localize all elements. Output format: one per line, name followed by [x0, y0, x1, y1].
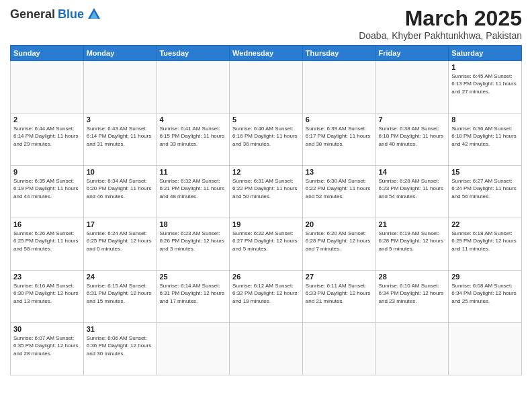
- day-number: 14: [379, 168, 446, 176]
- calendar-cell: 4Sunrise: 6:41 AM Sunset: 6:15 PM Daylig…: [157, 113, 230, 166]
- header-tuesday: Tuesday: [157, 46, 230, 61]
- day-info: Sunrise: 6:36 AM Sunset: 6:18 PM Dayligh…: [451, 125, 519, 148]
- day-info: Sunrise: 6:28 AM Sunset: 6:23 PM Dayligh…: [379, 177, 446, 200]
- calendar-cell: 3Sunrise: 6:43 AM Sunset: 6:14 PM Daylig…: [83, 113, 157, 166]
- day-info: Sunrise: 6:08 AM Sunset: 6:34 PM Dayligh…: [451, 282, 519, 305]
- day-number: 10: [87, 168, 154, 176]
- weekday-header-row: Sunday Monday Tuesday Wednesday Thursday…: [11, 46, 522, 61]
- logo-general-text: General: [10, 7, 55, 21]
- header-thursday: Thursday: [302, 46, 375, 61]
- title-area: March 2025 Doaba, Khyber Pakhtunkhwa, Pa…: [359, 7, 522, 41]
- calendar-cell: 26Sunrise: 6:12 AM Sunset: 6:32 PM Dayli…: [230, 271, 303, 323]
- calendar-cell: 11Sunrise: 6:32 AM Sunset: 6:21 PM Dayli…: [157, 166, 230, 218]
- day-info: Sunrise: 6:45 AM Sunset: 6:13 PM Dayligh…: [451, 73, 519, 95]
- calendar-cell: 13Sunrise: 6:30 AM Sunset: 6:22 PM Dayli…: [302, 166, 375, 218]
- day-info: Sunrise: 6:38 AM Sunset: 6:18 PM Dayligh…: [379, 125, 446, 148]
- day-info: Sunrise: 6:43 AM Sunset: 6:14 PM Dayligh…: [87, 125, 154, 148]
- day-info: Sunrise: 6:18 AM Sunset: 6:29 PM Dayligh…: [451, 230, 519, 253]
- day-number: 17: [87, 220, 154, 228]
- day-info: Sunrise: 6:44 AM Sunset: 6:14 PM Dayligh…: [13, 125, 81, 148]
- header-sunday: Sunday: [11, 46, 84, 61]
- calendar-cell: 16Sunrise: 6:26 AM Sunset: 6:25 PM Dayli…: [11, 218, 84, 271]
- location-subtitle: Doaba, Khyber Pakhtunkhwa, Pakistan: [359, 30, 522, 41]
- calendar-cell: 20Sunrise: 6:20 AM Sunset: 6:28 PM Dayli…: [302, 218, 375, 271]
- header-saturday: Saturday: [449, 46, 522, 61]
- day-number: 29: [451, 273, 519, 281]
- calendar-cell: 23Sunrise: 6:16 AM Sunset: 6:30 PM Dayli…: [11, 271, 84, 323]
- month-title: March 2025: [359, 7, 522, 30]
- calendar-table: Sunday Monday Tuesday Wednesday Thursday…: [10, 45, 522, 375]
- calendar-cell: 21Sunrise: 6:19 AM Sunset: 6:28 PM Dayli…: [375, 218, 449, 271]
- day-info: Sunrise: 6:19 AM Sunset: 6:28 PM Dayligh…: [379, 230, 446, 253]
- day-info: Sunrise: 6:10 AM Sunset: 6:34 PM Dayligh…: [379, 282, 446, 305]
- calendar-cell: 18Sunrise: 6:23 AM Sunset: 6:26 PM Dayli…: [157, 218, 230, 271]
- calendar-cell: 6Sunrise: 6:39 AM Sunset: 6:17 PM Daylig…: [302, 113, 375, 166]
- day-info: Sunrise: 6:11 AM Sunset: 6:33 PM Dayligh…: [306, 282, 373, 305]
- day-number: 1: [451, 63, 519, 71]
- calendar-cell: [302, 61, 375, 113]
- day-info: Sunrise: 6:24 AM Sunset: 6:25 PM Dayligh…: [87, 230, 154, 253]
- day-number: 13: [306, 168, 373, 176]
- logo-area: General Blue: [10, 7, 101, 21]
- calendar-cell: 28Sunrise: 6:10 AM Sunset: 6:34 PM Dayli…: [375, 271, 449, 323]
- day-info: Sunrise: 6:23 AM Sunset: 6:26 PM Dayligh…: [159, 230, 226, 253]
- day-number: 15: [451, 168, 519, 176]
- calendar-week-3: 9Sunrise: 6:35 AM Sunset: 6:19 PM Daylig…: [11, 166, 522, 218]
- calendar-cell: 27Sunrise: 6:11 AM Sunset: 6:33 PM Dayli…: [302, 271, 375, 323]
- calendar-cell: 1Sunrise: 6:45 AM Sunset: 6:13 PM Daylig…: [449, 61, 522, 113]
- day-info: Sunrise: 6:16 AM Sunset: 6:30 PM Dayligh…: [13, 282, 81, 305]
- day-number: 16: [13, 220, 81, 228]
- day-number: 26: [232, 273, 300, 281]
- calendar-cell: 24Sunrise: 6:15 AM Sunset: 6:31 PM Dayli…: [83, 271, 157, 323]
- day-number: 31: [87, 325, 154, 333]
- day-number: 12: [232, 168, 300, 176]
- calendar-cell: 29Sunrise: 6:08 AM Sunset: 6:34 PM Dayli…: [449, 271, 522, 323]
- calendar-cell: [11, 61, 84, 113]
- day-info: Sunrise: 6:32 AM Sunset: 6:21 PM Dayligh…: [159, 177, 226, 200]
- day-number: 3: [87, 116, 154, 124]
- calendar-cell: 15Sunrise: 6:27 AM Sunset: 6:24 PM Dayli…: [449, 166, 522, 218]
- day-number: 11: [159, 168, 226, 176]
- day-number: 23: [13, 273, 81, 281]
- day-number: 2: [13, 116, 81, 124]
- calendar-cell: 5Sunrise: 6:40 AM Sunset: 6:16 PM Daylig…: [230, 113, 303, 166]
- day-info: Sunrise: 6:41 AM Sunset: 6:15 PM Dayligh…: [159, 125, 226, 148]
- calendar-cell: [375, 323, 449, 375]
- calendar-cell: [375, 61, 449, 113]
- day-info: Sunrise: 6:30 AM Sunset: 6:22 PM Dayligh…: [306, 177, 373, 200]
- calendar-week-5: 23Sunrise: 6:16 AM Sunset: 6:30 PM Dayli…: [11, 271, 522, 323]
- logo-blue-text: Blue: [58, 7, 84, 21]
- calendar-cell: [157, 61, 230, 113]
- day-info: Sunrise: 6:40 AM Sunset: 6:16 PM Dayligh…: [232, 125, 300, 148]
- day-info: Sunrise: 6:15 AM Sunset: 6:31 PM Dayligh…: [87, 282, 154, 305]
- logo: General Blue: [10, 7, 101, 21]
- calendar-week-4: 16Sunrise: 6:26 AM Sunset: 6:25 PM Dayli…: [11, 218, 522, 271]
- header-friday: Friday: [375, 46, 449, 61]
- calendar-cell: 10Sunrise: 6:34 AM Sunset: 6:20 PM Dayli…: [83, 166, 157, 218]
- day-number: 19: [232, 220, 300, 228]
- calendar-cell: 22Sunrise: 6:18 AM Sunset: 6:29 PM Dayli…: [449, 218, 522, 271]
- day-number: 6: [306, 116, 373, 124]
- day-number: 5: [232, 116, 300, 124]
- page-header: General Blue March 2025 Doaba, Khyber Pa…: [10, 7, 522, 41]
- day-info: Sunrise: 6:26 AM Sunset: 6:25 PM Dayligh…: [13, 230, 81, 253]
- day-info: Sunrise: 6:20 AM Sunset: 6:28 PM Dayligh…: [306, 230, 373, 253]
- calendar-cell: 2Sunrise: 6:44 AM Sunset: 6:14 PM Daylig…: [11, 113, 84, 166]
- day-number: 20: [306, 220, 373, 228]
- calendar-week-2: 2Sunrise: 6:44 AM Sunset: 6:14 PM Daylig…: [11, 113, 522, 166]
- calendar-cell: 30Sunrise: 6:07 AM Sunset: 6:35 PM Dayli…: [11, 323, 84, 375]
- calendar-cell: [302, 323, 375, 375]
- calendar-cell: 31Sunrise: 6:06 AM Sunset: 6:36 PM Dayli…: [83, 323, 157, 375]
- calendar-cell: 9Sunrise: 6:35 AM Sunset: 6:19 PM Daylig…: [11, 166, 84, 218]
- day-info: Sunrise: 6:34 AM Sunset: 6:20 PM Dayligh…: [87, 177, 154, 200]
- day-number: 27: [306, 273, 373, 281]
- day-number: 25: [159, 273, 226, 281]
- calendar-cell: [449, 323, 522, 375]
- day-info: Sunrise: 6:39 AM Sunset: 6:17 PM Dayligh…: [306, 125, 373, 148]
- day-number: 18: [159, 220, 226, 228]
- calendar-cell: 12Sunrise: 6:31 AM Sunset: 6:22 PM Dayli…: [230, 166, 303, 218]
- day-info: Sunrise: 6:27 AM Sunset: 6:24 PM Dayligh…: [451, 177, 519, 200]
- calendar-cell: 8Sunrise: 6:36 AM Sunset: 6:18 PM Daylig…: [449, 113, 522, 166]
- calendar-cell: 17Sunrise: 6:24 AM Sunset: 6:25 PM Dayli…: [83, 218, 157, 271]
- calendar-cell: 7Sunrise: 6:38 AM Sunset: 6:18 PM Daylig…: [375, 113, 449, 166]
